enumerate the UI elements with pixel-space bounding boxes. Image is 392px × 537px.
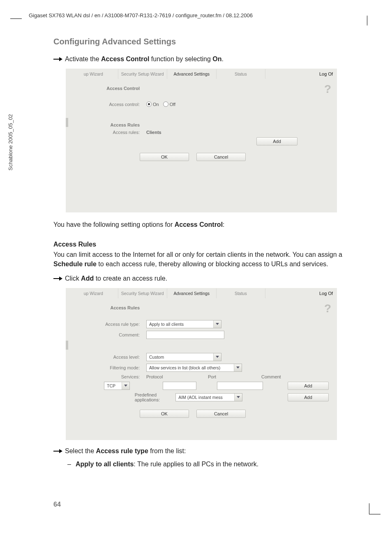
router-ui-screenshot-1: up Wizard Security Setup Wizard Advanced…	[66, 69, 337, 212]
select-predef-app[interactable]: AIM (AOL instant mess	[175, 393, 242, 401]
paragraph: You can limit access to the Internet for…	[53, 250, 366, 269]
tab-advanced-settings[interactable]: Advanced Settings	[167, 69, 217, 79]
radio-on[interactable]: On	[146, 101, 159, 107]
tab-setup-wizard[interactable]: up Wizard	[69, 288, 118, 298]
page-number: 64	[53, 501, 61, 508]
tab-status[interactable]: Status	[217, 288, 266, 298]
input-comment[interactable]	[146, 331, 224, 339]
router-ui-screenshot-2: up Wizard Security Setup Wizard Advanced…	[66, 288, 337, 440]
select-protocol[interactable]: TCP	[104, 382, 130, 390]
list-item: – Apply to all clients: The rule applies…	[67, 461, 366, 468]
svg-marker-5	[216, 356, 219, 358]
input-port[interactable]	[163, 382, 196, 390]
label-filter-mode: Filtering mode:	[66, 365, 146, 370]
col-protocol: Protocol	[146, 374, 204, 379]
ok-button[interactable]: OK	[140, 153, 189, 161]
svg-marker-1	[59, 57, 62, 61]
col-comment: Comment	[261, 374, 302, 379]
crop-mark	[369, 503, 369, 514]
arrow-icon	[53, 276, 62, 281]
logoff-link[interactable]: Log Of	[319, 291, 333, 296]
add-button[interactable]: Add	[256, 137, 297, 145]
help-icon[interactable]: ?	[324, 83, 331, 96]
crop-mark	[10, 18, 22, 19]
tab-security-setup-wizard[interactable]: Security Setup Wizard	[118, 69, 168, 79]
add-button[interactable]: Add	[288, 393, 329, 401]
chevron-down-icon	[122, 382, 129, 389]
input-service-comment[interactable]	[217, 382, 263, 390]
logoff-link[interactable]: Log Of	[319, 71, 333, 76]
col-port: Port	[208, 374, 257, 379]
doc-path-header: Gigaset SX763 WLAN dsl / en / A31008-M70…	[29, 12, 367, 18]
section-title: Access Rules	[66, 122, 146, 127]
crop-mark	[369, 514, 380, 514]
instruction-step: Click Add to create an access rule.	[53, 275, 366, 282]
cancel-button[interactable]: Cancel	[196, 410, 246, 418]
label-access-level: Access level:	[66, 355, 146, 360]
label-access-rules: Access rules:	[66, 130, 146, 135]
label-comment: Comment:	[66, 332, 146, 337]
scroll-thumb[interactable]	[66, 341, 68, 350]
page-heading: Configuring Advanced Settings	[53, 37, 366, 46]
label-rule-type: Access rule type:	[66, 322, 146, 327]
radio-off[interactable]: Off	[163, 101, 175, 107]
arrow-icon	[53, 57, 62, 62]
chevron-down-icon	[213, 353, 221, 361]
select-access-level[interactable]: Custom	[146, 353, 221, 361]
svg-marker-4	[216, 323, 219, 325]
section-title: Access Rules	[66, 305, 146, 310]
label-access-control: Access control:	[66, 102, 146, 107]
clients-header: Clients	[146, 130, 161, 135]
svg-marker-10	[59, 449, 62, 453]
ok-button[interactable]: OK	[140, 410, 189, 418]
chevron-down-icon	[234, 394, 242, 401]
chevron-down-icon	[234, 364, 242, 371]
select-rule-type[interactable]: Apply to all clients	[146, 320, 221, 328]
svg-marker-6	[236, 366, 240, 369]
tab-setup-wizard[interactable]: up Wizard	[69, 69, 118, 79]
label-services: Services:	[66, 374, 146, 379]
instruction-step: Activate the Access Control function by …	[53, 55, 366, 63]
add-button[interactable]: Add	[288, 382, 329, 390]
svg-marker-3	[59, 277, 62, 281]
chevron-down-icon	[213, 320, 221, 328]
tab-status[interactable]: Status	[217, 69, 266, 79]
label-predef-apps: Predefined applications:	[135, 392, 171, 402]
subheading-access-rules: Access Rules	[53, 241, 366, 248]
cancel-button[interactable]: Cancel	[196, 153, 246, 161]
help-icon[interactable]: ?	[324, 302, 331, 315]
select-filter-mode[interactable]: Allow services in list (block all others…	[146, 364, 242, 372]
section-title: Access Control	[66, 86, 146, 91]
tab-security-setup-wizard[interactable]: Security Setup Wizard	[118, 288, 168, 298]
svg-marker-8	[237, 396, 240, 398]
tab-advanced-settings[interactable]: Advanced Settings	[167, 288, 217, 298]
crop-mark	[367, 16, 367, 25]
instruction-step: Select the Access rule type from the lis…	[53, 447, 366, 455]
template-side-label: Schablone 2005_05_02	[7, 114, 14, 171]
svg-marker-7	[124, 385, 127, 387]
scroll-thumb[interactable]	[66, 118, 68, 127]
arrow-icon	[53, 449, 62, 454]
paragraph: You have the following setting options f…	[53, 220, 366, 229]
